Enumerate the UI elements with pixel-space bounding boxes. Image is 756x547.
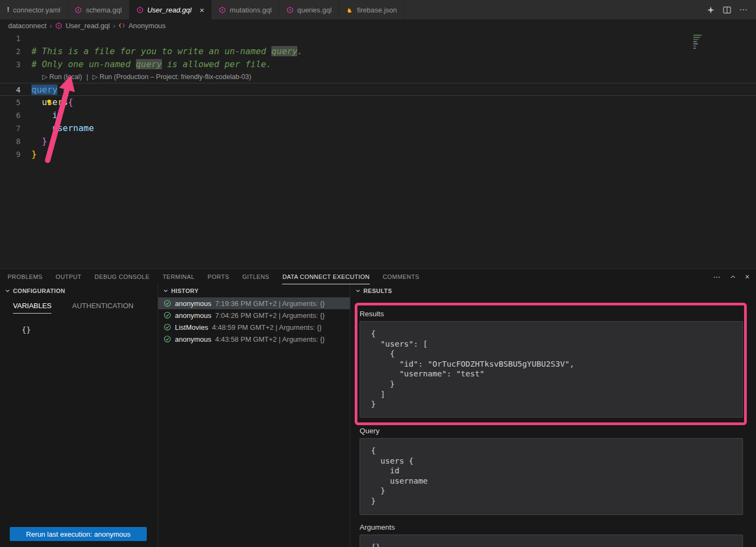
history-item[interactable]: anonymous7:04:26 PM GMT+2 | Arguments: {… xyxy=(158,309,350,321)
code-content: users{ xyxy=(31,96,756,109)
graphql-icon xyxy=(286,6,294,14)
code-line[interactable]: 7 username xyxy=(0,122,756,135)
tab-schema-gql[interactable]: schema.gql xyxy=(68,0,129,19)
query-label: Query xyxy=(360,427,743,435)
operation-icon xyxy=(119,22,125,29)
panel-tab-output[interactable]: OUTPUT xyxy=(56,269,82,284)
variables-value[interactable]: {} xyxy=(0,315,158,334)
code-content: } xyxy=(31,135,756,148)
lightbulb-icon[interactable] xyxy=(45,99,53,106)
history-item-meta: 4:43:58 PM GMT+2 | Arguments: {} xyxy=(215,335,324,343)
breadcrumb-item[interactable]: dataconnect xyxy=(8,22,47,30)
code-token xyxy=(31,110,53,120)
code-line[interactable]: 6 id xyxy=(0,109,756,122)
check-icon xyxy=(164,323,171,331)
run-local-link[interactable]: ▷ Run (local) xyxy=(42,71,82,83)
close-icon[interactable]: × xyxy=(200,6,205,14)
code-line[interactable]: 5 users{ xyxy=(0,96,756,109)
breadcrumb-item[interactable]: Anonymous xyxy=(128,22,166,30)
vscode-window: !connector.yamlschema.gqlUser_read.gql×m… xyxy=(0,0,756,547)
panel-tab-ports[interactable]: PORTS xyxy=(207,269,229,284)
graphql-icon xyxy=(219,6,226,14)
code-line[interactable]: 3# Only one un-named query is allowed pe… xyxy=(0,58,756,71)
configuration-section: CONFIGURATION VARIABLESAUTHENTICATION {}… xyxy=(0,284,158,547)
code-line[interactable]: 2# This is a file for you to write an un… xyxy=(0,45,756,58)
panel-tab-terminal[interactable]: TERMINAL xyxy=(162,269,194,284)
configuration-header[interactable]: CONFIGURATION xyxy=(0,284,158,297)
panel-tab-data-connect-execution[interactable]: DATA CONNECT EXECUTION xyxy=(282,269,369,284)
editor[interactable]: 12# This is a file for you to write an u… xyxy=(0,31,756,269)
configuration-tabs: VARIABLESAUTHENTICATION xyxy=(0,297,158,315)
minimap-line xyxy=(693,45,696,47)
tab-user-read-gql[interactable]: User_read.gql× xyxy=(129,0,212,19)
panel-tab-gitlens[interactable]: GITLENS xyxy=(242,269,269,284)
results-header[interactable]: RESULTS xyxy=(350,284,756,297)
code-token: id xyxy=(53,110,63,120)
history-item-name: ListMovies xyxy=(175,323,208,331)
tab-mutations-gql[interactable]: mutations.gql xyxy=(212,0,279,19)
code-content: id xyxy=(31,109,756,122)
tab-label: queries.gql xyxy=(297,6,332,14)
tab-label: firebase.json xyxy=(357,6,397,14)
minimap[interactable] xyxy=(693,35,704,50)
history-item[interactable]: anonymous7:19:36 PM GMT+2 | Arguments: {… xyxy=(158,297,350,309)
code-token: query xyxy=(271,46,297,56)
code-token: . xyxy=(297,46,303,56)
results-title: RESULTS xyxy=(363,288,392,294)
history-item-name: anonymous xyxy=(175,311,211,320)
results-content: Results { "users": [ { "id": "OrTucFODZH… xyxy=(350,310,756,547)
panel-tab-debug-console[interactable]: DEBUG CONSOLE xyxy=(95,269,150,284)
split-editor-icon[interactable] xyxy=(723,6,731,14)
panel-maximize-icon[interactable] xyxy=(729,274,737,281)
tab-connector-yaml[interactable]: !connector.yaml xyxy=(0,0,68,19)
breadcrumb-separator-icon: › xyxy=(50,22,52,30)
editor-lines: 12# This is a file for you to write an u… xyxy=(0,32,756,161)
code-token: is allowed per file. xyxy=(162,59,271,69)
history-item-name: anonymous xyxy=(175,335,211,343)
tab-label: connector.yaml xyxy=(13,6,60,14)
history-item-name: anonymous xyxy=(175,299,211,308)
history-item-meta: 4:48:59 PM GMT+2 | Arguments: {} xyxy=(212,323,321,331)
code-token xyxy=(57,84,63,95)
history-item[interactable]: anonymous4:43:58 PM GMT+2 | Arguments: {… xyxy=(158,333,350,345)
panel-tab-comments[interactable]: COMMENTS xyxy=(383,269,420,284)
copilot-sparkle-icon[interactable] xyxy=(707,6,715,14)
breadcrumb-separator-icon: › xyxy=(113,22,115,30)
panel-more-icon[interactable]: ⋯ xyxy=(713,272,721,281)
configuration-title: CONFIGURATION xyxy=(13,288,65,294)
panel-close-icon[interactable]: × xyxy=(745,272,750,281)
panel-tab-problems[interactable]: PROBLEMS xyxy=(8,269,43,284)
firebase-icon xyxy=(346,6,353,14)
results-json: { "users": [ { "id": "OrTucFODZHTksvBSBU… xyxy=(360,321,743,418)
minimap-line xyxy=(693,48,696,49)
editor-more-icon[interactable]: ⋯ xyxy=(739,5,747,15)
code-line[interactable]: 8 } xyxy=(0,135,756,148)
code-token: query xyxy=(136,59,162,69)
history-item-meta: 7:19:36 PM GMT+2 | Arguments: {} xyxy=(215,299,324,308)
minimap-line xyxy=(693,41,697,42)
code-line[interactable]: 4query { xyxy=(0,83,756,96)
tab-label: schema.gql xyxy=(86,6,121,14)
minimap-line xyxy=(693,39,699,40)
tab-label: User_read.gql xyxy=(147,6,192,14)
code-token: query xyxy=(31,84,57,95)
code-content xyxy=(31,32,756,45)
config-tab-authentication[interactable]: AUTHENTICATION xyxy=(72,299,133,314)
rerun-button[interactable]: Rerun last execution: anonymous xyxy=(10,527,147,541)
run-production-link[interactable]: ▷ Run (Production – Project: friendly-fl… xyxy=(93,71,251,83)
code-line[interactable]: 9} xyxy=(0,148,756,161)
history-item[interactable]: ListMovies4:48:59 PM GMT+2 | Arguments: … xyxy=(158,321,350,333)
check-icon xyxy=(164,311,171,319)
panel-tab-bar: PROBLEMSOUTPUTDEBUG CONSOLETERMINALPORTS… xyxy=(0,269,756,284)
tab-bar-tabs: !connector.yamlschema.gqlUser_read.gql×m… xyxy=(0,0,405,19)
breadcrumb-item[interactable]: User_read.gql xyxy=(66,22,110,30)
graphql-icon xyxy=(136,6,144,14)
code-token: username xyxy=(53,123,94,133)
code-line[interactable]: 1 xyxy=(0,32,756,45)
code-token xyxy=(31,123,53,133)
history-header[interactable]: HISTORY xyxy=(158,284,350,297)
tab-queries-gql[interactable]: queries.gql xyxy=(279,0,340,19)
tab-firebase-json[interactable]: firebase.json xyxy=(339,0,405,19)
line-number: 4 xyxy=(0,83,31,95)
config-tab-variables[interactable]: VARIABLES xyxy=(13,299,51,314)
